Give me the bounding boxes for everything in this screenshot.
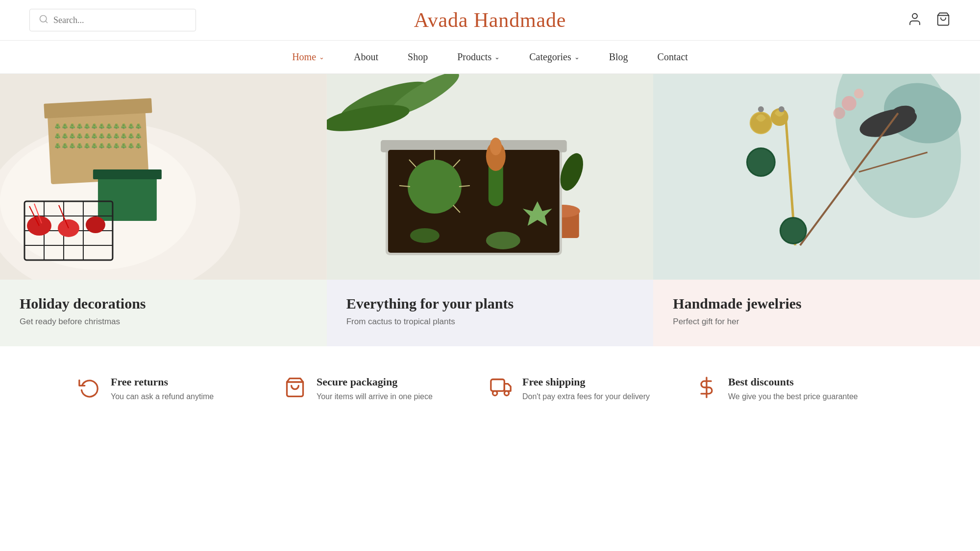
svg-rect-12 [98,172,157,221]
holiday-card-content: Holiday decorations Get ready before chr… [0,280,327,346]
feature-returns-title: Free returns [111,376,214,388]
svg-point-2 [912,14,917,19]
svg-point-67 [780,217,807,244]
header-icons [907,12,951,28]
nav-label-about: About [354,51,378,63]
feature-shipping-text: Free shipping Don't pay extra fees for y… [522,376,650,402]
nav-item-shop[interactable]: Shop [408,51,428,63]
svg-point-58 [854,89,864,98]
jewelry-image [653,74,980,280]
feature-packaging-title: Secure packaging [317,376,433,388]
holiday-image: 🎄🎄🎄🎄🎄🎄🎄🎄🎄🎄🎄🎄 🎄🎄🎄🎄🎄🎄🎄🎄🎄🎄🎄🎄 🎄🎄🎄🎄🎄🎄🎄🎄🎄🎄🎄🎄 [0,74,327,280]
holiday-card-title: Holiday decorations [20,295,307,312]
search-icon [39,14,49,26]
nav-item-about[interactable]: About [354,51,378,63]
jewelry-card-content: Handmade jewelries Perfect gift for her [653,280,980,346]
search-bar[interactable] [29,9,196,31]
nav-label-blog: Blog [609,51,628,63]
features-bar: Free returns You can ask a refund anytim… [0,346,980,431]
feature-shipping-desc: Don't pay extra fees for your delivery [522,391,650,402]
svg-point-50 [486,232,520,249]
hero-grid: 🎄🎄🎄🎄🎄🎄🎄🎄🎄🎄🎄🎄 🎄🎄🎄🎄🎄🎄🎄🎄🎄🎄🎄🎄 🎄🎄🎄🎄🎄🎄🎄🎄🎄🎄🎄🎄 [0,74,980,346]
plants-card-content: Everything for your plants From cactus t… [327,280,654,346]
svg-point-57 [842,96,857,111]
svg-point-74 [493,391,497,395]
jewelry-card-title: Handmade jewelries [673,295,960,312]
plants-card-title: Everything for your plants [346,295,634,312]
svg-text:🎄🎄🎄🎄🎄🎄🎄🎄🎄🎄🎄🎄: 🎄🎄🎄🎄🎄🎄🎄🎄🎄🎄🎄🎄 [54,132,142,139]
feature-packaging-text: Secure packaging Your items will arrive … [317,376,433,402]
nav-item-blog[interactable]: Blog [609,51,628,63]
cart-icon[interactable] [936,12,951,28]
svg-point-69 [758,106,764,112]
nav-label-shop: Shop [408,51,428,63]
nav-item-contact[interactable]: Contact [658,51,688,63]
nav-label-categories: Categories [529,51,571,63]
packaging-icon [284,377,306,398]
svg-point-23 [86,216,105,233]
feature-discounts: Best discounts We give you the best pric… [696,376,902,402]
svg-point-59 [833,107,845,119]
svg-rect-72 [491,380,505,391]
returns-icon [78,377,100,398]
shipping-icon [490,377,512,398]
holiday-card-subtitle: Get ready before christmas [20,317,307,327]
feature-returns-text: Free returns You can ask a refund anytim… [111,376,214,402]
nav-label-products: Products [457,51,491,63]
hero-card-jewelry[interactable]: Handmade jewelries Perfect gift for her [653,74,980,346]
main-nav: Home ⌄ About Shop Products ⌄ Categories … [0,41,980,74]
nav-label-home: Home [292,51,316,63]
feature-returns: Free returns You can ask a refund anytim… [78,376,284,402]
feature-discounts-text: Best discounts We give you the best pric… [728,376,858,402]
svg-rect-13 [93,169,162,179]
svg-point-70 [779,106,784,112]
search-input[interactable] [53,15,187,25]
feature-packaging: Secure packaging Your items will arrive … [284,376,490,402]
site-title: Avada Handmade [414,8,566,32]
svg-point-49 [410,228,440,243]
hero-card-plants[interactable]: Everything for your plants From cactus t… [327,74,654,346]
jewelry-card-subtitle: Perfect gift for her [673,317,960,327]
user-icon[interactable] [907,12,922,28]
svg-marker-73 [504,384,511,391]
feature-shipping: Free shipping Don't pay extra fees for y… [490,376,696,402]
nav-label-contact: Contact [658,51,688,63]
plants-card-subtitle: From cactus to tropical plants [346,317,634,327]
nav-item-products[interactable]: Products ⌄ [457,51,500,63]
hero-card-holiday[interactable]: 🎄🎄🎄🎄🎄🎄🎄🎄🎄🎄🎄🎄 🎄🎄🎄🎄🎄🎄🎄🎄🎄🎄🎄🎄 🎄🎄🎄🎄🎄🎄🎄🎄🎄🎄🎄🎄 [0,74,327,346]
feature-shipping-title: Free shipping [522,376,650,388]
feature-packaging-desc: Your items will arrive in one piece [317,391,433,402]
svg-point-75 [504,391,509,395]
feature-returns-desc: You can ask a refund anytime [111,391,214,402]
chevron-down-icon: ⌄ [319,53,324,61]
chevron-down-icon-products: ⌄ [494,53,500,61]
svg-line-1 [46,21,48,23]
nav-item-categories[interactable]: Categories ⌄ [529,51,580,63]
svg-text:🎄🎄🎄🎄🎄🎄🎄🎄🎄🎄🎄🎄: 🎄🎄🎄🎄🎄🎄🎄🎄🎄🎄🎄🎄 [54,142,142,149]
svg-point-47 [490,138,501,155]
plants-image [327,74,654,280]
chevron-down-icon-categories: ⌄ [574,53,580,61]
svg-point-63 [746,147,776,177]
feature-discounts-title: Best discounts [728,376,858,388]
feature-discounts-desc: We give you the best price guarantee [728,391,858,402]
svg-text:🎄🎄🎄🎄🎄🎄🎄🎄🎄🎄🎄🎄: 🎄🎄🎄🎄🎄🎄🎄🎄🎄🎄🎄🎄 [54,122,142,129]
nav-item-home[interactable]: Home ⌄ [292,51,324,63]
site-header: Avada Handmade [0,0,980,41]
discount-icon [696,377,717,398]
